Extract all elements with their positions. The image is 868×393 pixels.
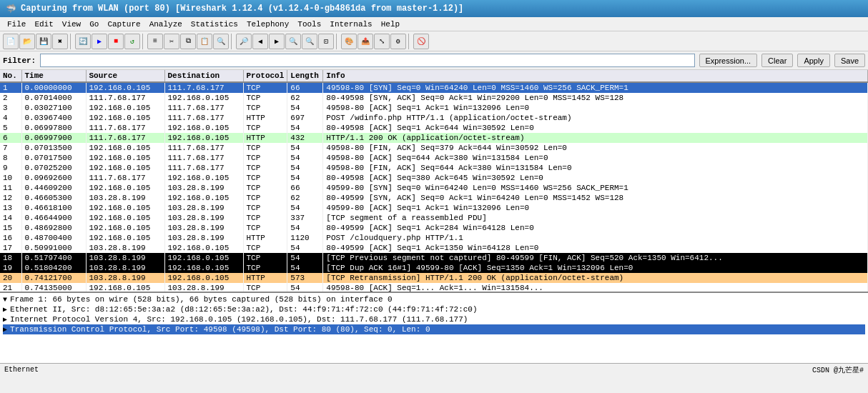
save-button[interactable]: Save (834, 54, 865, 67)
table-row[interactable]: 190.51804200103.28.8.199192.168.0.105TCP… (0, 263, 868, 273)
packet-list: No. Time Source Destination Protocol Len… (0, 70, 868, 292)
menu-item-statistics[interactable]: Statistics (187, 19, 242, 29)
table-row[interactable]: 20.07014000111.7.68.177192.168.0.105TCP6… (0, 93, 868, 103)
menu-item-edit[interactable]: Edit (30, 19, 57, 29)
filter-input[interactable] (40, 54, 694, 67)
menu-item-file[interactable]: File (3, 19, 30, 29)
table-row[interactable]: 140.46644900192.168.0.105103.28.8.199TCP… (0, 213, 868, 223)
menu-item-analyze[interactable]: Analyze (145, 19, 187, 29)
tree-item-label: Frame 1: 66 bytes on wire (528 bits), 66… (10, 295, 393, 304)
menu-item-internals[interactable]: Internals (325, 19, 376, 29)
toolbar-prev[interactable]: ◀ (252, 34, 268, 49)
table-cell: 62 (287, 193, 323, 203)
table-cell: 6 (0, 133, 21, 143)
tree-item[interactable]: ▶ Transmission Control Protocol, Src Por… (3, 324, 865, 334)
table-cell: 103.28.8.199 (86, 253, 164, 263)
table-row[interactable]: 100.09692600111.7.68.177192.168.0.105TCP… (0, 173, 868, 183)
toolbar-coloring[interactable]: 🎨 (341, 34, 357, 49)
menu-item-capture[interactable]: Capture (103, 19, 144, 29)
toolbar-save[interactable]: 💾 (36, 34, 51, 49)
table-cell: 80-49599 [ACK] Seq=1 Ack=284 Win=64128 L… (323, 223, 868, 233)
table-cell: TCP (243, 103, 287, 113)
table-row[interactable]: 10.00000000192.168.0.105111.7.68.177TCP6… (0, 82, 868, 93)
table-row[interactable]: 150.48692800192.168.0.105103.28.8.199TCP… (0, 223, 868, 233)
status-left: Ethernet (4, 366, 39, 374)
toolbar-zoom-reset[interactable]: ⊡ (318, 34, 334, 49)
tree-expand-icon: ▼ (3, 296, 7, 304)
table-cell: 192.168.0.105 (164, 93, 243, 103)
table-cell: TCP (243, 93, 287, 103)
table-cell: HTTP (243, 113, 287, 123)
packet-list-header: No. Time Source Destination Protocol Len… (0, 70, 868, 82)
toolbar-config[interactable]: ⚙ (390, 34, 406, 49)
menu-item-help[interactable]: Help (377, 19, 404, 29)
tree-item[interactable]: ▼ Frame 1: 66 bytes on wire (528 bits), … (3, 294, 865, 304)
table-row[interactable]: 70.07013500192.168.0.105111.7.68.177TCP5… (0, 143, 868, 153)
table-cell: 12 (0, 193, 21, 203)
table-cell: 54 (287, 123, 323, 133)
toolbar-zoom-out[interactable]: 🔍 (302, 34, 317, 49)
tree-item[interactable]: ▶ Internet Protocol Version 4, Src: 192.… (3, 314, 865, 324)
toolbar-help[interactable]: 🚫 (413, 34, 429, 49)
table-row[interactable]: 120.46605300103.28.8.199192.168.0.105TCP… (0, 193, 868, 203)
toolbar-capture-stop[interactable]: ■ (108, 34, 124, 49)
toolbar-search[interactable]: 🔎 (236, 34, 252, 49)
table-cell: HTTP (243, 273, 287, 283)
col-header-no: No. (0, 70, 21, 82)
toolbar-copy[interactable]: ⧉ (180, 34, 196, 49)
table-cell: 0.06997900 (21, 133, 86, 143)
table-cell: 0.48692800 (21, 223, 86, 233)
clear-button[interactable]: Clear (761, 54, 793, 67)
table-cell: 0.50991000 (21, 243, 86, 253)
tree-expand-icon: ▶ (3, 315, 7, 324)
table-cell: 103.28.8.199 (164, 283, 243, 292)
table-row[interactable]: 110.44609200192.168.0.105103.28.8.199TCP… (0, 183, 868, 193)
packet-tbody: 10.00000000192.168.0.105111.7.68.177TCP6… (0, 82, 868, 292)
table-row[interactable]: 50.06997800111.7.68.177192.168.0.105TCP5… (0, 123, 868, 133)
table-cell: 192.168.0.105 (86, 113, 164, 123)
toolbar-close[interactable]: ✖ (52, 34, 68, 49)
table-row[interactable]: 210.74135000192.168.0.105103.28.8.199TCP… (0, 283, 868, 292)
table-cell: 54 (287, 283, 323, 292)
toolbar-paste[interactable]: 📋 (197, 34, 212, 49)
toolbar-scroll[interactable]: ≡ (147, 34, 163, 49)
table-row[interactable]: 200.74121700103.28.8.199192.168.0.105HTT… (0, 273, 868, 283)
toolbar-capture-start[interactable]: ▶ (92, 34, 107, 49)
table-row[interactable]: 40.03967400192.168.0.105111.7.68.177HTTP… (0, 113, 868, 123)
toolbar-find[interactable]: 🔍 (213, 34, 229, 49)
table-cell: 103.28.8.199 (86, 243, 164, 253)
menu-item-tools[interactable]: Tools (293, 19, 325, 29)
table-row[interactable]: 180.51797400103.28.8.199192.168.0.105TCP… (0, 253, 868, 263)
toolbar-capture-restart[interactable]: ↺ (124, 34, 140, 49)
table-row[interactable]: 80.07017500192.168.0.105111.7.68.177TCP5… (0, 153, 868, 163)
expression-button[interactable]: Expression... (699, 54, 758, 67)
table-row[interactable]: 60.06997900111.7.68.177192.168.0.105HTTP… (0, 133, 868, 143)
toolbar-next[interactable]: ▶ (269, 34, 285, 49)
table-row[interactable]: 130.46618100192.168.0.105103.28.8.199TCP… (0, 203, 868, 213)
toolbar-zoom-in[interactable]: 🔍 (285, 34, 301, 49)
apply-button[interactable]: Apply (797, 54, 830, 67)
menu-item-view[interactable]: View (58, 19, 85, 29)
menu-item-telephony[interactable]: Telephony (242, 19, 293, 29)
toolbar-resize[interactable]: ⤡ (374, 34, 390, 49)
table-cell: 103.28.8.199 (86, 273, 164, 283)
table-row[interactable]: 90.07025200192.168.0.105111.7.68.177TCP5… (0, 163, 868, 173)
table-cell: 54 (287, 103, 323, 113)
table-cell: 80-49598 [ACK] Seq=1 Ack=644 Win=30592 L… (323, 123, 868, 133)
table-row[interactable]: 30.03027100192.168.0.105111.7.68.177TCP5… (0, 103, 868, 113)
toolbar-new[interactable]: 📄 (3, 34, 19, 49)
table-cell: 111.7.68.177 (164, 153, 243, 163)
table-cell: 192.168.0.105 (86, 283, 164, 292)
table-cell: 54 (287, 253, 323, 263)
table-cell: 49598-80 [ACK] Seq=644 Ack=380 Win=13158… (323, 153, 868, 163)
toolbar-export[interactable]: 📤 (357, 34, 373, 49)
toolbar-open[interactable]: 📂 (19, 34, 35, 49)
menu-item-go[interactable]: Go (85, 19, 103, 29)
tree-item[interactable]: ▶ Ethernet II, Src: d8:12:65:5e:3a:a2 (d… (3, 304, 865, 314)
table-cell: 17 (0, 243, 21, 253)
table-cell: 4 (0, 113, 21, 123)
toolbar-reload[interactable]: 🔄 (75, 34, 91, 49)
table-row[interactable]: 170.50991000103.28.8.199192.168.0.105TCP… (0, 243, 868, 253)
toolbar-cut[interactable]: ✂ (164, 34, 179, 49)
table-row[interactable]: 160.48700400192.168.0.105103.28.8.199HTT… (0, 233, 868, 243)
